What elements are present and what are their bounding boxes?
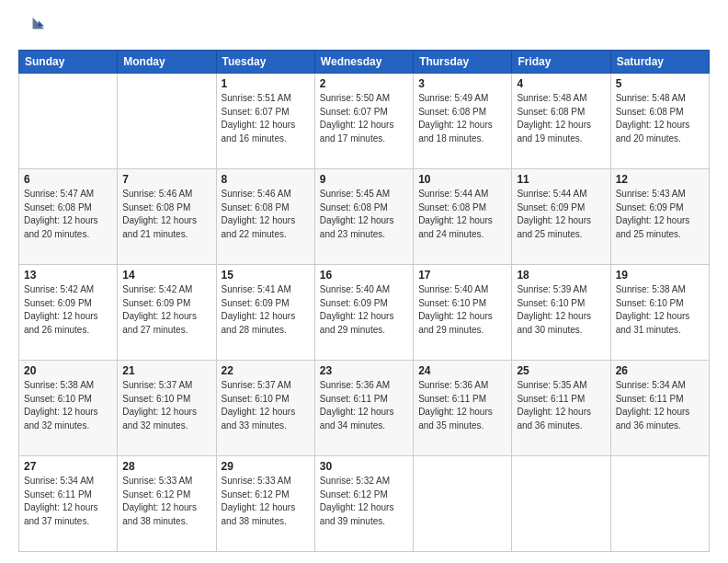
calendar-day-cell xyxy=(414,456,512,552)
day-info: Sunrise: 5:38 AM Sunset: 6:10 PM Dayligh… xyxy=(24,379,112,432)
calendar-week-row: 6Sunrise: 5:47 AM Sunset: 6:08 PM Daylig… xyxy=(19,169,710,265)
calendar-day-cell: 1Sunrise: 5:51 AM Sunset: 6:07 PM Daylig… xyxy=(216,74,314,169)
calendar-week-row: 13Sunrise: 5:42 AM Sunset: 6:09 PM Dayli… xyxy=(19,265,710,361)
calendar-day-cell: 9Sunrise: 5:45 AM Sunset: 6:08 PM Daylig… xyxy=(314,169,413,265)
day-of-week-header: Tuesday xyxy=(216,51,314,74)
day-info: Sunrise: 5:33 AM Sunset: 6:12 PM Dayligh… xyxy=(222,475,310,528)
day-info: Sunrise: 5:34 AM Sunset: 6:11 PM Dayligh… xyxy=(616,379,704,432)
day-number: 16 xyxy=(320,269,408,282)
day-info: Sunrise: 5:44 AM Sunset: 6:08 PM Dayligh… xyxy=(418,188,506,241)
day-info: Sunrise: 5:48 AM Sunset: 6:08 PM Dayligh… xyxy=(517,92,605,145)
day-info: Sunrise: 5:34 AM Sunset: 6:11 PM Dayligh… xyxy=(24,475,112,528)
day-of-week-header: Monday xyxy=(118,51,216,74)
calendar-week-row: 27Sunrise: 5:34 AM Sunset: 6:11 PM Dayli… xyxy=(19,456,710,552)
day-info: Sunrise: 5:36 AM Sunset: 6:11 PM Dayligh… xyxy=(320,379,408,432)
day-number: 22 xyxy=(222,364,310,377)
day-number: 4 xyxy=(517,77,605,90)
calendar-day-cell: 2Sunrise: 5:50 AM Sunset: 6:07 PM Daylig… xyxy=(314,74,413,169)
day-info: Sunrise: 5:50 AM Sunset: 6:07 PM Dayligh… xyxy=(320,92,408,145)
day-number: 8 xyxy=(222,173,310,186)
day-info: Sunrise: 5:42 AM Sunset: 6:09 PM Dayligh… xyxy=(24,283,112,337)
day-number: 14 xyxy=(122,269,210,282)
day-of-week-header: Friday xyxy=(512,51,610,74)
day-info: Sunrise: 5:51 AM Sunset: 6:07 PM Dayligh… xyxy=(222,92,310,145)
day-info: Sunrise: 5:32 AM Sunset: 6:12 PM Dayligh… xyxy=(320,475,408,528)
calendar-day-cell: 19Sunrise: 5:38 AM Sunset: 6:10 PM Dayli… xyxy=(610,265,709,361)
day-number: 1 xyxy=(222,77,310,90)
calendar-day-cell: 6Sunrise: 5:47 AM Sunset: 6:08 PM Daylig… xyxy=(19,169,118,265)
calendar-day-cell: 4Sunrise: 5:48 AM Sunset: 6:08 PM Daylig… xyxy=(512,74,610,169)
calendar-day-cell: 12Sunrise: 5:43 AM Sunset: 6:09 PM Dayli… xyxy=(610,169,709,265)
day-info: Sunrise: 5:36 AM Sunset: 6:11 PM Dayligh… xyxy=(418,379,506,432)
calendar-week-row: 1Sunrise: 5:51 AM Sunset: 6:07 PM Daylig… xyxy=(19,74,710,169)
calendar-day-cell xyxy=(512,456,610,552)
day-of-week-header: Wednesday xyxy=(314,51,413,74)
calendar-day-cell: 27Sunrise: 5:34 AM Sunset: 6:11 PM Dayli… xyxy=(19,456,118,552)
logo-icon xyxy=(18,15,44,40)
day-number: 6 xyxy=(24,173,112,186)
calendar-day-cell: 17Sunrise: 5:40 AM Sunset: 6:10 PM Dayli… xyxy=(414,265,512,361)
day-info: Sunrise: 5:42 AM Sunset: 6:09 PM Dayligh… xyxy=(122,283,210,337)
day-info: Sunrise: 5:40 AM Sunset: 6:10 PM Dayligh… xyxy=(418,283,506,337)
day-info: Sunrise: 5:49 AM Sunset: 6:08 PM Dayligh… xyxy=(418,92,506,145)
day-number: 20 xyxy=(24,364,112,377)
day-info: Sunrise: 5:40 AM Sunset: 6:09 PM Dayligh… xyxy=(320,283,408,337)
calendar-table: SundayMondayTuesdayWednesdayThursdayFrid… xyxy=(18,50,710,552)
day-number: 9 xyxy=(320,173,408,186)
day-of-week-header: Sunday xyxy=(19,51,118,74)
calendar-day-cell: 20Sunrise: 5:38 AM Sunset: 6:10 PM Dayli… xyxy=(19,361,118,456)
header-row: SundayMondayTuesdayWednesdayThursdayFrid… xyxy=(19,51,710,74)
calendar-week-row: 20Sunrise: 5:38 AM Sunset: 6:10 PM Dayli… xyxy=(19,361,710,456)
day-number: 28 xyxy=(122,460,210,473)
day-number: 27 xyxy=(24,460,112,473)
day-info: Sunrise: 5:43 AM Sunset: 6:09 PM Dayligh… xyxy=(616,188,704,241)
calendar-day-cell: 28Sunrise: 5:33 AM Sunset: 6:12 PM Dayli… xyxy=(118,456,216,552)
calendar-day-cell: 29Sunrise: 5:33 AM Sunset: 6:12 PM Dayli… xyxy=(216,456,314,552)
calendar-day-cell: 7Sunrise: 5:46 AM Sunset: 6:08 PM Daylig… xyxy=(118,169,216,265)
day-number: 5 xyxy=(616,77,704,90)
calendar-day-cell xyxy=(19,74,118,169)
day-info: Sunrise: 5:38 AM Sunset: 6:10 PM Dayligh… xyxy=(616,283,704,337)
calendar-day-cell: 21Sunrise: 5:37 AM Sunset: 6:10 PM Dayli… xyxy=(118,361,216,456)
day-number: 25 xyxy=(517,364,605,377)
day-info: Sunrise: 5:45 AM Sunset: 6:08 PM Dayligh… xyxy=(320,188,408,241)
calendar-day-cell: 23Sunrise: 5:36 AM Sunset: 6:11 PM Dayli… xyxy=(314,361,413,456)
day-info: Sunrise: 5:48 AM Sunset: 6:08 PM Dayligh… xyxy=(616,92,704,145)
calendar-day-cell: 10Sunrise: 5:44 AM Sunset: 6:08 PM Dayli… xyxy=(414,169,512,265)
day-number: 19 xyxy=(616,269,704,282)
calendar-day-cell: 8Sunrise: 5:46 AM Sunset: 6:08 PM Daylig… xyxy=(216,169,314,265)
calendar-day-cell: 5Sunrise: 5:48 AM Sunset: 6:08 PM Daylig… xyxy=(610,74,709,169)
calendar-day-cell: 26Sunrise: 5:34 AM Sunset: 6:11 PM Dayli… xyxy=(610,361,709,456)
calendar-day-cell: 13Sunrise: 5:42 AM Sunset: 6:09 PM Dayli… xyxy=(19,265,118,361)
day-of-week-header: Saturday xyxy=(610,51,709,74)
calendar-day-cell: 18Sunrise: 5:39 AM Sunset: 6:10 PM Dayli… xyxy=(512,265,610,361)
calendar-day-cell xyxy=(610,456,709,552)
day-number: 11 xyxy=(517,173,605,186)
day-info: Sunrise: 5:33 AM Sunset: 6:12 PM Dayligh… xyxy=(122,475,210,528)
day-number: 17 xyxy=(418,269,506,282)
day-info: Sunrise: 5:39 AM Sunset: 6:10 PM Dayligh… xyxy=(517,283,605,337)
day-info: Sunrise: 5:35 AM Sunset: 6:11 PM Dayligh… xyxy=(517,379,605,432)
calendar-day-cell: 25Sunrise: 5:35 AM Sunset: 6:11 PM Dayli… xyxy=(512,361,610,456)
day-number: 2 xyxy=(320,77,408,90)
day-number: 30 xyxy=(320,460,408,473)
day-number: 12 xyxy=(616,173,704,186)
day-info: Sunrise: 5:41 AM Sunset: 6:09 PM Dayligh… xyxy=(222,283,310,337)
day-info: Sunrise: 5:37 AM Sunset: 6:10 PM Dayligh… xyxy=(222,379,310,432)
calendar-day-cell: 3Sunrise: 5:49 AM Sunset: 6:08 PM Daylig… xyxy=(414,74,512,169)
day-info: Sunrise: 5:44 AM Sunset: 6:09 PM Dayligh… xyxy=(517,188,605,241)
calendar-day-cell: 30Sunrise: 5:32 AM Sunset: 6:12 PM Dayli… xyxy=(314,456,413,552)
calendar-day-cell: 24Sunrise: 5:36 AM Sunset: 6:11 PM Dayli… xyxy=(414,361,512,456)
day-number: 15 xyxy=(222,269,310,282)
calendar-day-cell: 11Sunrise: 5:44 AM Sunset: 6:09 PM Dayli… xyxy=(512,169,610,265)
logo xyxy=(18,15,48,40)
calendar-day-cell: 15Sunrise: 5:41 AM Sunset: 6:09 PM Dayli… xyxy=(216,265,314,361)
calendar-day-cell: 16Sunrise: 5:40 AM Sunset: 6:09 PM Dayli… xyxy=(314,265,413,361)
day-number: 29 xyxy=(222,460,310,473)
calendar-body: 1Sunrise: 5:51 AM Sunset: 6:07 PM Daylig… xyxy=(19,74,710,552)
day-number: 23 xyxy=(320,364,408,377)
calendar-day-cell: 14Sunrise: 5:42 AM Sunset: 6:09 PM Dayli… xyxy=(118,265,216,361)
day-number: 21 xyxy=(122,364,210,377)
calendar-header: SundayMondayTuesdayWednesdayThursdayFrid… xyxy=(19,51,710,74)
day-of-week-header: Thursday xyxy=(414,51,512,74)
